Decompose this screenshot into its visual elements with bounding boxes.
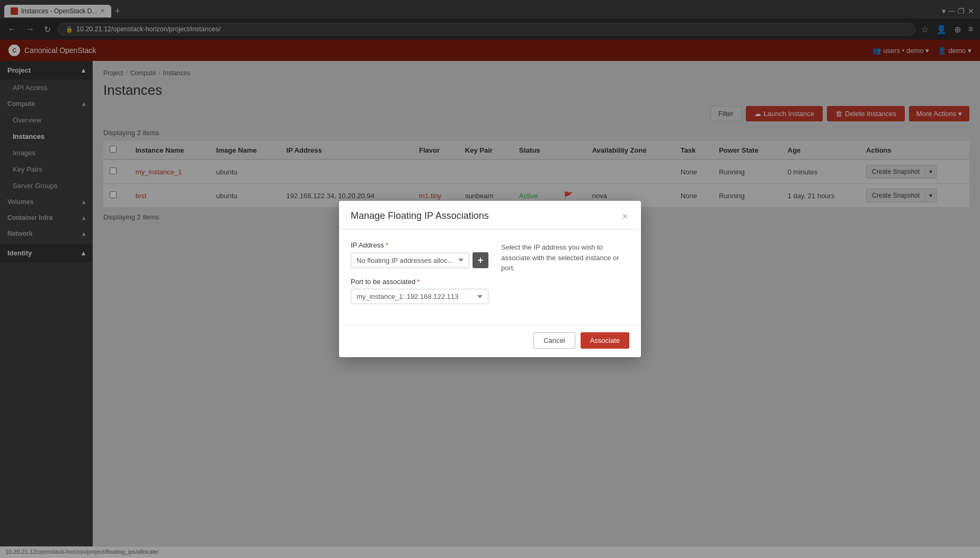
associate-button[interactable]: Associate — [581, 332, 629, 349]
modal-header: Manage Floating IP Associations × — [339, 201, 641, 229]
cancel-button[interactable]: Cancel — [533, 332, 575, 349]
modal-close-button[interactable]: × — [621, 211, 629, 222]
ip-required-star: * — [386, 241, 388, 249]
port-group: Port to be associated * my_instance_1: 1… — [351, 278, 488, 304]
ip-address-select[interactable]: No floating IP addresses alloc... — [351, 253, 469, 268]
ip-address-label: IP Address * — [351, 241, 488, 249]
modal-overlay: Manage Floating IP Associations × IP Add… — [0, 0, 980, 558]
port-required-star: * — [417, 278, 420, 286]
ip-address-group: IP Address * No floating IP addresses al… — [351, 241, 488, 268]
modal-help-text: Select the IP address you wish to associ… — [501, 242, 629, 273]
add-ip-button[interactable]: + — [473, 252, 488, 268]
port-label-text: Port to be associated — [351, 278, 415, 286]
modal-title: Manage Floating IP Associations — [351, 210, 489, 222]
ip-label-text: IP Address — [351, 241, 384, 249]
ip-form-row: No floating IP addresses alloc... + — [351, 252, 488, 268]
modal-footer: Cancel Associate — [339, 324, 641, 357]
port-label: Port to be associated * — [351, 278, 488, 286]
modal-help: Select the IP address you wish to associ… — [501, 241, 629, 314]
port-select[interactable]: my_instance_1: 192.168.122.113 — [351, 289, 488, 304]
manage-floating-ip-modal: Manage Floating IP Associations × IP Add… — [339, 201, 641, 357]
modal-body: IP Address * No floating IP addresses al… — [339, 229, 641, 324]
modal-form: IP Address * No floating IP addresses al… — [351, 241, 488, 314]
port-form-row: my_instance_1: 192.168.122.113 — [351, 289, 488, 304]
